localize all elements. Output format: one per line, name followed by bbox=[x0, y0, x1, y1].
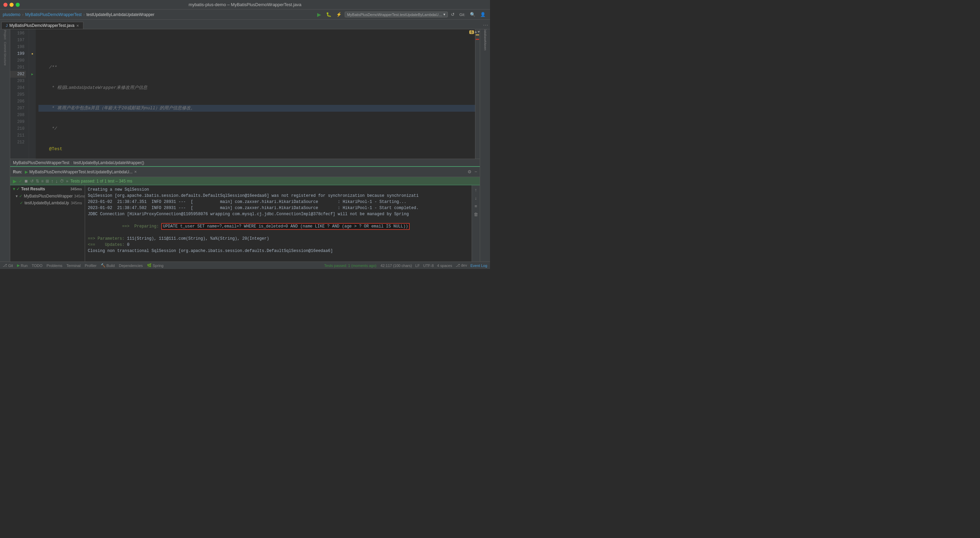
left-sidebar-icons: Project Commit Structure bbox=[0, 29, 10, 262]
wrap-lines-button[interactable]: ≡ bbox=[473, 203, 479, 210]
run-tab-close[interactable]: ✕ bbox=[134, 170, 137, 174]
test-results-header: ▾ ✓ Test Results 345ms bbox=[10, 185, 85, 193]
branch-indicator[interactable]: ⎇ dev bbox=[456, 263, 467, 268]
nav-breadcrumb-3[interactable]: testUpdateByLambdaUpdateWrapper bbox=[86, 12, 154, 17]
test-results-label: Test Results bbox=[21, 187, 45, 192]
code-line-198: * 根据LambdaUpdateWrapper来修改用户信息 bbox=[38, 85, 475, 91]
tests-passed-bar: ▶ ✓ ⏹ ↺ ⇅ ≡ ⊞ ↑ ↓ ⏱ » Tests passed: 1 of… bbox=[10, 177, 480, 185]
debug-button-nav[interactable]: 🐛 bbox=[324, 11, 333, 18]
database-icon[interactable]: Database bbox=[481, 30, 489, 39]
clock-icon[interactable]: ⏱ bbox=[60, 179, 64, 184]
file-encoding[interactable]: UTF-8 bbox=[423, 263, 434, 268]
maximize-window-button[interactable] bbox=[16, 3, 20, 7]
cursor-position[interactable]: 42:117 (100 chars) bbox=[380, 263, 412, 268]
code-line-197: /** bbox=[38, 64, 475, 71]
profiler-status[interactable]: Profiler bbox=[85, 263, 97, 268]
nav-breadcrumb-2[interactable]: MyBatisPlusDemoWrapperTest bbox=[25, 12, 82, 17]
avatar-button[interactable]: 👤 bbox=[479, 11, 487, 18]
branch-icon: ⎇ bbox=[456, 263, 460, 267]
console-line-9: Closing non transactional SqlSession [or… bbox=[88, 248, 469, 254]
run-body: ▾ ✓ Test Results 345ms ▾ ✓ MyBatisPlusDe… bbox=[10, 185, 480, 262]
run-settings-button[interactable]: ⚙ bbox=[468, 169, 472, 174]
git-status[interactable]: ⎇ Git bbox=[3, 263, 13, 268]
test-case-item[interactable]: ✓ testUpdateByLambdaUp 345ms bbox=[10, 200, 85, 206]
run-label: Run: bbox=[13, 169, 22, 174]
editor-column: 196 197 198 199 200 201 202 203 204 205 … bbox=[10, 29, 480, 262]
run-button-nav[interactable]: ▶ bbox=[315, 11, 323, 18]
project-icon[interactable]: Project bbox=[1, 30, 9, 39]
maven-icon[interactable]: Maven bbox=[481, 42, 489, 50]
run-status[interactable]: ▶ Run bbox=[17, 263, 27, 268]
spring-status[interactable]: 🌿 Spring bbox=[147, 263, 164, 268]
editor-scrollbar[interactable]: 6 ▲ ▼ bbox=[475, 29, 480, 159]
console-line-4: 2023-01-02 21:38:47.502 INFO 28931 --- [… bbox=[88, 205, 469, 211]
breadcrumb-class[interactable]: MyBatisPlusDemoWrapperTest bbox=[13, 160, 69, 165]
run-tab[interactable]: ▶ MyBatisPlusDemoWrapperTest.testUpdateB… bbox=[25, 169, 137, 174]
git-label[interactable]: Git: bbox=[458, 12, 467, 18]
breadcrumb-method[interactable]: testUpdateByLambdaUpdateWrapper() bbox=[73, 160, 144, 165]
more-icon[interactable]: » bbox=[66, 179, 68, 184]
run-panel-header: Run: ▶ MyBatisPlusDemoWrapperTest.testUp… bbox=[10, 167, 480, 177]
structure-icon[interactable]: Structure bbox=[1, 55, 9, 63]
run-play-icon[interactable]: ▶ bbox=[13, 179, 17, 184]
line-numbers: 196 197 198 199 200 201 202 203 204 205 … bbox=[10, 29, 29, 159]
down-arrow-icon[interactable]: ↓ bbox=[56, 179, 58, 184]
run-config-selector[interactable]: MyBatisPlusDemoWrapperTest.testUpdateByL… bbox=[345, 11, 448, 18]
title-bar: mybatis-plus-demo – MyBatisPlusDemoWrapp… bbox=[0, 0, 490, 10]
code-line-201: @Test bbox=[38, 146, 475, 153]
problems-status[interactable]: Problems bbox=[47, 263, 62, 268]
tab-label: MyBatisPlusDemoWrapperTest.java bbox=[10, 23, 75, 28]
pass-check: ✓ bbox=[16, 187, 20, 192]
code-content: /** * 根据LambdaUpdateWrapper来修改用户信息 * 将用户… bbox=[36, 29, 475, 159]
warning-count-badge: 6 bbox=[469, 30, 474, 34]
tests-passed-status: Tests passed: 1 (moments ago) bbox=[324, 263, 376, 268]
scroll-up-button[interactable]: ↑ bbox=[473, 187, 479, 193]
expand-icon[interactable]: ⊞ bbox=[46, 179, 49, 184]
console-line-1: Creating a new SqlSession bbox=[88, 187, 469, 193]
test-results-ms: 345ms bbox=[70, 187, 82, 191]
nav-breadcrumb-1[interactable]: plusdemo bbox=[3, 12, 21, 17]
test-suite-item[interactable]: ▾ ✓ MyBatisPlusDemoWrapper 345ms bbox=[10, 193, 85, 200]
search-button[interactable]: 🔍 bbox=[468, 11, 477, 18]
stop-icon[interactable]: ⏹ bbox=[24, 179, 28, 184]
check-all-icon: ▾ bbox=[13, 187, 15, 192]
scroll-down-button[interactable]: ↓ bbox=[473, 195, 479, 201]
code-line-199: * 将用户名中包含a并且（年龄大于20或邮箱为null）的用户信息修改。 bbox=[38, 105, 475, 112]
code-line-200: */ bbox=[38, 125, 475, 132]
indent-setting[interactable]: 4 spaces bbox=[437, 263, 452, 268]
window-title: mybatis-plus-demo – MyBatisPlusDemoWrapp… bbox=[189, 2, 301, 7]
console-line-8: <== Updates: 0 bbox=[88, 242, 469, 248]
window-controls[interactable] bbox=[3, 3, 20, 7]
tab-close-icon[interactable]: ✕ bbox=[76, 24, 79, 27]
rerun-button[interactable]: ↺ bbox=[449, 11, 456, 18]
close-window-button[interactable] bbox=[3, 3, 8, 7]
run-tab-label: MyBatisPlusDemoWrapperTest.testUpdateByL… bbox=[29, 169, 132, 174]
todo-status[interactable]: TODO bbox=[32, 263, 43, 268]
more-tabs-button[interactable]: ⋯ bbox=[481, 21, 490, 29]
editor-tab-active[interactable]: J MyBatisPlusDemoWrapperTest.java ✕ bbox=[2, 22, 83, 29]
clear-console-button[interactable]: 🗑 bbox=[473, 211, 479, 218]
up-arrow-icon[interactable]: ↑ bbox=[51, 179, 53, 184]
highlighted-sql: UPDATE t_user SET name=?,email=? WHERE i… bbox=[161, 223, 410, 230]
sort-icon[interactable]: ⇅ bbox=[36, 179, 39, 184]
console-output[interactable]: Creating a new SqlSession SqlSession [or… bbox=[85, 185, 472, 262]
git-icon: ⎇ bbox=[3, 263, 7, 268]
filter-icon[interactable]: ≡ bbox=[41, 179, 43, 184]
console-line-2: SqlSession [org.apache.ibatis.session.de… bbox=[88, 193, 469, 199]
test-results-panel: ▾ ✓ Test Results 345ms ▾ ✓ MyBatisPlusDe… bbox=[10, 185, 85, 262]
line-ending[interactable]: LF bbox=[415, 263, 420, 268]
tabs-bar: J MyBatisPlusDemoWrapperTest.java ✕ ⋯ bbox=[0, 20, 490, 29]
minimize-window-button[interactable] bbox=[10, 3, 14, 7]
run-close-button[interactable]: − bbox=[474, 169, 477, 174]
java-file-icon: J bbox=[6, 24, 8, 27]
event-log[interactable]: Event Log bbox=[470, 263, 487, 268]
nav-bar: plusdemo › MyBatisPlusDemoWrapperTest › … bbox=[0, 10, 490, 20]
tests-passed-label: Tests passed: 1 of 1 test – 345 ms bbox=[70, 179, 132, 184]
code-view: 196 197 198 199 200 201 202 203 204 205 … bbox=[10, 29, 480, 159]
rerun-icon[interactable]: ↺ bbox=[30, 179, 34, 184]
commit-icon[interactable]: Commit bbox=[1, 43, 9, 51]
build-status[interactable]: 🔨 Build bbox=[101, 263, 115, 268]
coverage-button-nav[interactable]: ⚡ bbox=[334, 11, 343, 18]
terminal-status[interactable]: Terminal bbox=[66, 263, 81, 268]
deps-status[interactable]: Dependencies bbox=[119, 263, 143, 268]
